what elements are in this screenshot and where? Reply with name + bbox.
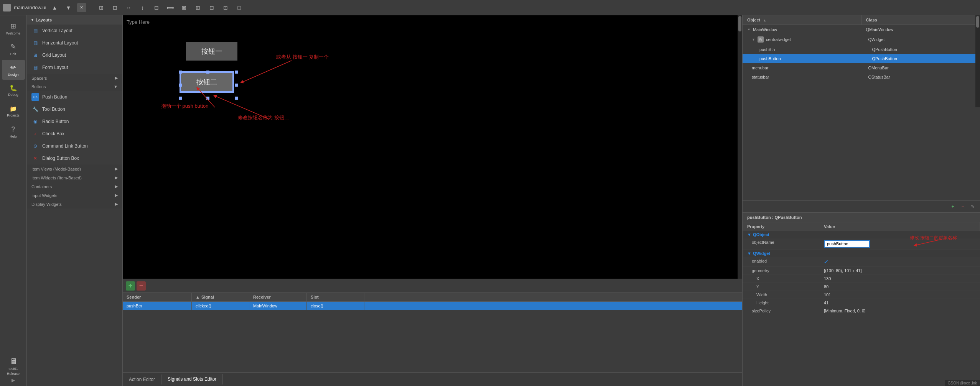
display-widgets-header[interactable]: Display Widgets ▶	[27, 200, 122, 209]
titlebar-nav-down[interactable]: ▼	[63, 2, 74, 13]
item-views-header[interactable]: Item Views (Model-Based) ▶	[27, 164, 122, 173]
containers-label: Containers	[31, 184, 52, 189]
prop-group-qwidget-header[interactable]: ▼ QWidget	[743, 250, 980, 257]
layouts-header[interactable]: ▼ Layouts	[27, 15, 122, 25]
help-label: Help	[10, 135, 17, 138]
widget-tool-button[interactable]: 🔧 Tool Button	[27, 103, 122, 115]
sidebar-item-welcome[interactable]: ⊞ Welcome	[2, 18, 25, 38]
widget-push-button[interactable]: OK Push Button	[27, 91, 122, 103]
sidebar-item-help[interactable]: ? Help	[2, 122, 25, 142]
canvas-scrollbar-v[interactable]	[738, 15, 742, 279]
tb-grid3[interactable]: ⊞	[193, 2, 203, 13]
spacers-header[interactable]: Spacers ▶	[27, 74, 122, 82]
tb-hsplit[interactable]: ↔	[124, 2, 134, 13]
remove-signal-button[interactable]: −	[137, 281, 146, 291]
sidebar-item-design[interactable]: ✏ Design	[2, 60, 25, 80]
item-widgets-header[interactable]: Item Widgets (Item-Based) ▶	[27, 173, 122, 182]
tb-col[interactable]: ⊟	[151, 2, 162, 13]
oi-cell-obj-pushbtn: pushBtn	[743, 46, 868, 53]
spacers-arrow: ▶	[115, 76, 118, 80]
tb-vsplit[interactable]: ↕	[137, 2, 148, 13]
col-signal: ▲ Signal	[192, 293, 249, 301]
object-inspector-inner: Object ▲ Class ▼ MainWindow QMainWindow	[743, 15, 980, 200]
widget-grid-layout[interactable]: ⊞ Grid Layout	[27, 49, 122, 61]
signal-table-header: Sender ▲ Signal Receiver Slot	[123, 293, 742, 302]
buttons-section: Buttons ▼ OK Push Button 🔧 Tool Button ◉…	[27, 82, 122, 164]
object-inspector: Object ▲ Class ▼ MainWindow QMainWindow	[743, 15, 980, 201]
form-layout-label: Form Layout	[42, 65, 68, 70]
sidebar-item-projects[interactable]: 📁 Projects	[2, 101, 25, 121]
signal-row-0[interactable]: pushBtn clicked() MainWindow close()	[123, 302, 742, 310]
design-label: Design	[8, 73, 18, 77]
enabled-checkmark[interactable]: ✔	[824, 259, 828, 265]
tb-close2[interactable]: ⊠	[179, 2, 189, 13]
design-canvas[interactable]: Type Here 按钮一 按钮二 拖动一个 push button	[123, 15, 742, 279]
oi-row-mainwindow[interactable]: ▼ MainWindow QMainWindow	[743, 25, 980, 34]
oi-row-menubar[interactable]: menubar QMenuBar	[743, 63, 980, 72]
widget-form-layout[interactable]: ▦ Form Layout	[27, 61, 122, 74]
vertical-layout-label: Vertical Layout	[42, 28, 72, 33]
selection-handle-mr	[235, 84, 238, 87]
oi-row-centralwidget[interactable]: ▼ W centralwidget QWidget	[743, 34, 980, 45]
remove-prop-button[interactable]: −	[959, 202, 967, 211]
oi-row-pushbtn[interactable]: pushBtn QPushButton	[743, 45, 980, 54]
oi-scrollbar[interactable]	[975, 15, 980, 107]
tab-action-editor[interactable]: Action Editor	[123, 375, 161, 384]
prop-subname-height: Height	[743, 299, 819, 307]
widget-horizontal-layout[interactable]: ▥ Horizontal Layout	[27, 37, 122, 49]
btn-er[interactable]: 按钮二	[180, 72, 233, 92]
btn-yi[interactable]: 按钮一	[186, 42, 237, 61]
tool-button-label: Tool Button	[42, 107, 65, 112]
selection-handle-tc	[206, 71, 209, 74]
titlebar-close[interactable]: ✕	[77, 3, 86, 12]
prop-row-geometry: geometry [(130, 80), 101 x 41]	[743, 267, 980, 275]
radio-button-label: Radio Button	[42, 119, 69, 124]
check-box-icon: ☑	[31, 130, 39, 138]
sidebar-item-test01[interactable]: 🖥 test01 Release	[2, 355, 25, 378]
scrollbar-thumb-v[interactable]	[738, 16, 741, 31]
widget-radio-button[interactable]: ◉ Radio Button	[27, 115, 122, 128]
widget-command-link[interactable]: ⊙ Command Link Button	[27, 140, 122, 152]
sidebar-expand-btn[interactable]: ▶	[2, 378, 25, 383]
tb-expand[interactable]: ⟺	[165, 2, 176, 13]
prop-subvalue-height: 41	[819, 299, 980, 307]
oi-scrollbar-thumb[interactable]	[976, 16, 979, 28]
widget-panel: ▼ Layouts ▤ Vertical Layout ▥ Horizontal…	[27, 15, 123, 386]
widget-check-box[interactable]: ☑ Check Box	[27, 128, 122, 140]
item-views-label: Item Views (Model-Based)	[31, 167, 81, 171]
oi-cell-obj-statusbar: statusbar	[743, 74, 864, 80]
tb-grid1[interactable]: ⊞	[96, 2, 107, 13]
containers-header[interactable]: Containers ▶	[27, 182, 122, 191]
tb-grid4[interactable]: ⊡	[220, 2, 231, 13]
titlebar-title: mainwindow.ui	[14, 5, 46, 10]
cell-slot-0: close()	[307, 302, 364, 310]
qobject-arrow: ▼	[747, 232, 751, 237]
tab-signals-slots[interactable]: Signals and Slots Editor	[161, 374, 223, 385]
tb-square[interactable]: □	[234, 2, 245, 13]
titlebar-nav-up[interactable]: ▲	[49, 2, 60, 13]
objectname-input[interactable]	[824, 240, 870, 248]
oi-row-pushbutton[interactable]: pushButton QPushButton	[743, 54, 980, 63]
projects-icon: 📁	[10, 105, 17, 112]
prop-row-enabled: enabled ✔	[743, 257, 980, 267]
bottom-tabs: Action Editor Signals and Slots Editor	[123, 372, 742, 386]
input-widgets-header[interactable]: Input Widgets ▶	[27, 191, 122, 200]
prop-group-qobject-header[interactable]: ▼ QObject	[743, 231, 980, 238]
widget-dialog-button[interactable]: ✕ Dialog Button Box	[27, 152, 122, 164]
tb-grid2[interactable]: ⊡	[110, 2, 120, 13]
oi-arrow-mainwindow: ▼	[747, 28, 751, 31]
add-prop-button[interactable]: +	[949, 202, 957, 211]
push-button-label: Push Button	[42, 94, 67, 100]
sidebar-item-debug[interactable]: 🐛 Debug	[2, 80, 25, 100]
prop-value-sizepolicy: [Minimum, Fixed, 0, 0]	[819, 307, 980, 315]
widget-vertical-layout[interactable]: ▤ Vertical Layout	[27, 25, 122, 37]
selection-handle-br	[235, 97, 238, 100]
input-widgets-label: Input Widgets	[31, 193, 57, 198]
edit-prop-button[interactable]: ✎	[968, 202, 977, 211]
sidebar-item-edit[interactable]: ✎ Edit	[2, 39, 25, 59]
buttons-header[interactable]: Buttons ▼	[27, 82, 122, 91]
command-link-label: Command Link Button	[42, 143, 88, 149]
add-signal-button[interactable]: +	[126, 281, 135, 291]
tb-col2[interactable]: ⊟	[206, 2, 217, 13]
oi-row-statusbar[interactable]: statusbar QStatusBar	[743, 72, 980, 82]
